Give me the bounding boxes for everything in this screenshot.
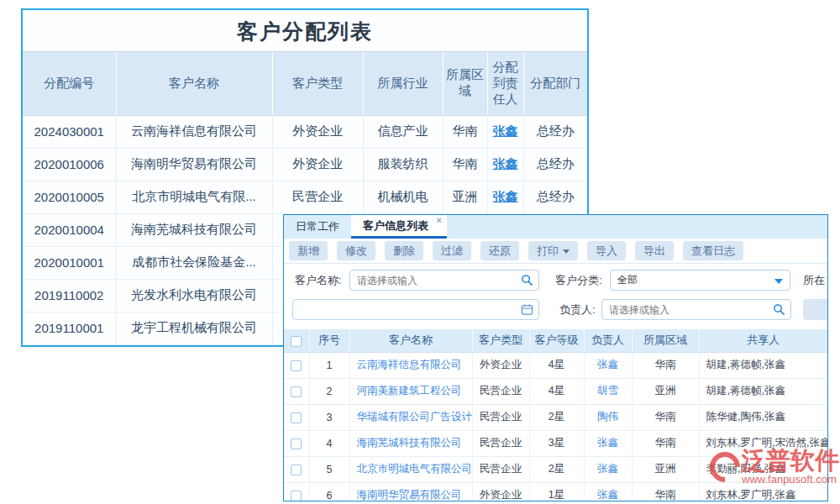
row-checkbox[interactable]	[291, 465, 302, 475]
delete-button[interactable]: 删除	[385, 241, 423, 260]
seq: 3	[309, 404, 349, 430]
filter-button[interactable]: 过滤	[433, 241, 471, 260]
customer-name-link[interactable]: 北京市明城电气有限公司	[357, 463, 473, 475]
category-filter-label: 客户分类:	[555, 270, 602, 291]
calendar-icon[interactable]	[521, 303, 533, 316]
search-icon[interactable]	[773, 303, 785, 316]
close-icon[interactable]: ×	[437, 216, 442, 225]
customer-name-link[interactable]: 华瑞城有限公司广告设计部	[357, 411, 473, 423]
view-log-button[interactable]: 查看日志	[683, 241, 743, 260]
col-header-industry: 所属行业	[363, 52, 443, 115]
owner-link[interactable]: 陶伟	[597, 411, 618, 423]
alloc-id-link[interactable]: 2020010006	[23, 148, 116, 181]
owner-link[interactable]: 张鑫	[493, 189, 518, 203]
filter-panel: 客户名称: 客户分类: 全部 所在 负责人:	[284, 264, 827, 324]
customer-name-link[interactable]: 海南明华贸易有限公司	[357, 489, 462, 501]
customer-table: 序号 客户名称 客户类型 客户等级 负责人 所属区域 共享人 1 云南海祥信息有…	[284, 329, 827, 501]
row-checkbox[interactable]	[291, 412, 302, 423]
tab-daily-work[interactable]: 日常工作	[284, 215, 351, 239]
row-checkbox[interactable]	[291, 491, 302, 501]
owner-link[interactable]: 张鑫	[493, 123, 518, 138]
region: 华南	[632, 482, 699, 501]
import-button[interactable]: 导入	[587, 241, 626, 260]
customer-name-link[interactable]: 云南海祥信息有限公司	[357, 359, 462, 370]
region: 华南	[443, 148, 487, 181]
customer-name-link[interactable]: 海南芜城科技有限公司	[357, 437, 462, 449]
dept: 总经办	[523, 148, 587, 181]
customer-type: 民营企业	[472, 378, 529, 404]
owner-input[interactable]	[601, 299, 791, 320]
search-icon[interactable]	[521, 274, 533, 286]
col-header-customer-name: 客户名称	[116, 52, 272, 115]
region: 亚洲	[632, 378, 699, 404]
customer-name-input[interactable]	[349, 270, 539, 291]
allocation-header-row: 分配编号 客户名称 客户类型 所属行业 所属区域 分配到责任人 分配部门	[23, 52, 587, 115]
region: 亚洲	[632, 456, 699, 482]
seq: 2	[309, 378, 349, 404]
category-select[interactable]: 全部	[610, 270, 790, 291]
export-button[interactable]: 导出	[635, 241, 674, 260]
shared-people: 李勤丽,阳强,张鑫	[699, 456, 827, 482]
grade: 4星	[529, 352, 584, 378]
table-row: 2020010006 海南明华贸易有限公司 外资企业 服装纺织 华南 张鑫 总经…	[23, 148, 587, 181]
col-header-seq: 序号	[309, 329, 349, 352]
customer-type: 外资企业	[472, 482, 529, 501]
customer-name-link[interactable]: 海南明华贸易有限公司	[116, 148, 272, 181]
owner-link[interactable]: 张鑫	[597, 463, 618, 475]
region: 亚洲	[443, 181, 487, 213]
owner-link[interactable]: 张鑫	[493, 156, 518, 171]
restore-button[interactable]: 还原	[480, 241, 519, 260]
alloc-id-link[interactable]: 2019110001	[23, 312, 116, 344]
alloc-id-link[interactable]: 2020010001	[23, 246, 116, 279]
customer-name-link[interactable]: 海南芜城科技有限公司	[116, 213, 272, 246]
row-checkbox[interactable]	[291, 360, 302, 371]
row-checkbox[interactable]	[291, 386, 302, 397]
col-header-owner: 负责人	[584, 329, 632, 352]
page-title: 客户分配列表	[23, 10, 587, 52]
col-header-owner: 分配到责任人	[487, 52, 523, 115]
shared-people: 刘东林,罗广明,宋浩然,张鑫	[699, 430, 827, 456]
print-button[interactable]: 打印	[528, 241, 578, 260]
clipped-filter-label: 所在	[803, 270, 825, 291]
chevron-down-icon	[563, 249, 570, 254]
owner-link[interactable]: 胡雪	[597, 385, 618, 396]
customer-info-window: 日常工作 客户信息列表 × 新增 修改 删除 过滤 还原 打印 导入 导出 查看…	[283, 214, 828, 501]
customer-name-link[interactable]: 龙宇工程机械有限公司	[116, 312, 272, 344]
seq: 4	[309, 430, 349, 456]
customer-name-link[interactable]: 河南美新建筑工程公司	[357, 385, 462, 396]
col-header-customer-name: 客户名称	[349, 329, 472, 352]
region: 华南	[632, 404, 699, 430]
clipped-button[interactable]	[803, 299, 828, 320]
table-row: 5 北京市明城电气有限公司 民营企业 2星 张鑫 亚洲 李勤丽,阳强,张鑫	[284, 456, 827, 482]
tab-bar: 日常工作 客户信息列表 ×	[284, 215, 827, 239]
add-button[interactable]: 新增	[289, 241, 328, 260]
customer-type: 民营企业	[272, 181, 363, 213]
toolbar: 新增 修改 删除 过滤 还原 打印 导入 导出 查看日志	[284, 239, 827, 264]
owner-filter-label: 负责人:	[559, 299, 596, 320]
edit-button[interactable]: 修改	[337, 241, 375, 260]
customer-name-link[interactable]: 北京市明城电气有限...	[116, 181, 272, 213]
table-row: 2020010005 北京市明城电气有限... 民营企业 机械机电 亚洲 张鑫 …	[23, 181, 587, 213]
customer-name-link[interactable]: 云南海祥信息有限公司	[116, 115, 272, 148]
dept: 总经办	[523, 115, 587, 148]
customer-name-link[interactable]: 光发水利水电有限公司	[116, 279, 272, 312]
seq: 1	[309, 352, 349, 378]
industry: 机械机电	[363, 181, 443, 213]
select-all-checkbox[interactable]	[291, 336, 302, 347]
grade: 2星	[529, 456, 584, 482]
region: 华南	[632, 430, 699, 456]
customer-name-link[interactable]: 成都市社会保险基金...	[116, 246, 272, 279]
row-checkbox[interactable]	[291, 438, 302, 449]
customer-type: 民营企业	[472, 430, 529, 456]
date-input[interactable]	[292, 299, 539, 320]
owner-link[interactable]: 张鑫	[597, 489, 618, 501]
alloc-id-link[interactable]: 2024030001	[23, 115, 116, 148]
chevron-down-icon[interactable]	[774, 279, 783, 284]
owner-link[interactable]: 张鑫	[597, 359, 618, 370]
alloc-id-link[interactable]: 2020010004	[23, 213, 116, 246]
alloc-id-link[interactable]: 2019110002	[23, 279, 116, 312]
alloc-id-link[interactable]: 2020010005	[23, 181, 116, 213]
tab-customer-info-list[interactable]: 客户信息列表 ×	[351, 215, 447, 239]
col-header-region: 所属区域	[632, 329, 699, 352]
owner-link[interactable]: 张鑫	[597, 437, 618, 449]
